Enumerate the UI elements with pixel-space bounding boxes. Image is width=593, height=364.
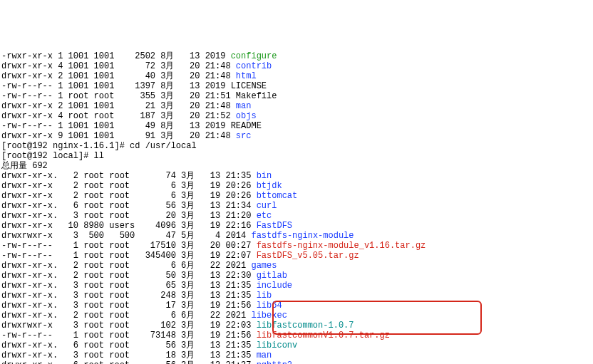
dir-name: gitlab <box>257 271 287 281</box>
text-segment: drwxr-xr-x 10 8980 users 4096 3月 19 22:1… <box>1 221 257 231</box>
terminal-line: drwxrwxr-x 3 root root 102 3月 19 22:03 l… <box>1 321 592 331</box>
text-segment: -rw-r--r-- 1 1001 1001 1397 8月 13 2019 L… <box>1 81 267 91</box>
terminal-line: drwxr-xr-x 10 8980 users 4096 3月 19 22:1… <box>1 221 592 231</box>
text-segment: [root@192 nginx-1.16.1]# cd /usr/local <box>1 141 197 151</box>
terminal-line: drwxrwxr-x 3 500 500 47 5月 4 2014 fastdf… <box>1 231 592 241</box>
terminal-line: -rw-r--r-- 1 1001 1001 49 8月 13 2019 REA… <box>1 121 592 131</box>
terminal-line: drwxr-xr-x. 2 root root 50 3月 13 22:30 g… <box>1 271 592 281</box>
text-segment: drwxr-xr-x 2 1001 1001 21 3月 20 21:48 <box>1 101 236 111</box>
archive-name: libfastcommonV1.0.7.tar.gz <box>257 331 390 340</box>
terminal-line: drwxr-xr-x. 6 root root 56 3月 13 21:35 l… <box>1 340 592 350</box>
dir-name: etc <box>257 211 272 221</box>
terminal-line: drwxr-xr-x 4 1001 1001 72 3月 20 21:48 co… <box>1 61 592 71</box>
dir-name: lib64 <box>257 301 282 311</box>
text-segment: -rwxr-xr-x 1 1001 1001 2502 8月 13 2019 <box>1 51 231 61</box>
dir-name: libexec <box>251 311 287 321</box>
terminal-line: drwxr-xr-x. 3 root root 18 3月 13 21:35 m… <box>1 350 592 360</box>
terminal-line: drwxr-xr-x. 3 root root 17 3月 19 21:56 l… <box>1 301 592 311</box>
text-segment: drwxr-xr-x. 6 root root 56 3月 13 21:34 <box>1 201 257 211</box>
text-segment: drwxr-xr-x 2 root root 6 3月 19 20:26 <box>1 191 257 201</box>
text-segment: -rw-r--r-- 1 root root 17510 3月 20 00:27 <box>1 241 257 251</box>
terminal-line: drwxr-xr-x. 2 root root 74 3月 13 21:35 b… <box>1 171 592 181</box>
text-segment: drwxr-xr-x 2 1001 1001 40 3月 20 21:48 <box>1 71 236 81</box>
dir-name: games <box>251 261 277 271</box>
text-segment: drwxr-xr-x 9 1001 1001 91 3月 20 21:48 <box>1 131 236 141</box>
link-name: libfastcommon-1.0.7 <box>257 321 354 331</box>
terminal-line: drwxr-xr-x 2 1001 1001 40 3月 20 21:48 ht… <box>1 71 592 81</box>
terminal-line: drwxr-xr-x. 6 root root 56 3月 13 21:34 c… <box>1 201 592 211</box>
terminal-line: -rw-r--r-- 1 root root 17510 3月 20 00:27… <box>1 241 592 251</box>
terminal-line: drwxr-xr-x 4 root root 187 3月 20 21:52 o… <box>1 111 592 121</box>
dir-name: btjdk <box>257 181 282 191</box>
terminal-line: -rw-r--r-- 1 root root 345400 3月 19 22:0… <box>1 251 592 261</box>
text-segment: drwxr-xr-x. 3 root root 20 3月 13 21:20 <box>1 211 257 221</box>
dir-name: objs <box>236 111 257 121</box>
text-segment: drwxr-xr-x. 3 root root 18 3月 13 21:35 <box>1 350 257 360</box>
text-segment: [root@192 local]# ll <box>1 151 104 161</box>
dir-name: curl <box>257 201 277 211</box>
terminal-output[interactable]: -rwxr-xr-x 1 1001 1001 2502 8月 13 2019 c… <box>1 31 592 364</box>
terminal-line: drwxr-xr-x 9 1001 1001 91 3月 20 21:48 sr… <box>1 131 592 141</box>
text-segment: 总用量 692 <box>1 161 48 171</box>
text-segment: drwxr-xr-x 4 1001 1001 72 3月 20 21:48 <box>1 61 236 71</box>
text-segment: drwxr-xr-x. 2 root root 6 6月 22 2021 <box>1 261 251 271</box>
terminal-line: -rw-r--r-- 1 1001 1001 1397 8月 13 2019 L… <box>1 81 592 91</box>
text-segment: drwxr-xr-x 4 root root 187 3月 20 21:52 <box>1 111 236 121</box>
text-segment: -rw-r--r-- 1 1001 1001 49 8月 13 2019 REA… <box>1 121 262 131</box>
text-segment: drwxr-xr-x. 6 root root 56 3月 13 21:37 <box>1 360 257 364</box>
dir-name: nghttp2 <box>257 360 292 364</box>
dir-name: FastDFS <box>257 221 292 231</box>
text-segment: drwxr-xr-x. 2 root root 50 3月 13 22:30 <box>1 271 257 281</box>
terminal-line: [root@192 local]# ll <box>1 151 592 161</box>
text-segment: drwxr-xr-x. 3 root root 248 3月 13 21:35 <box>1 291 257 301</box>
dir-name: fastdfs-nginx-module <box>251 231 354 241</box>
link-name: libiconv <box>257 340 298 350</box>
archive-name: fastdfs-nginx-module_v1.16.tar.gz <box>257 241 426 251</box>
dir-name: include <box>257 281 292 291</box>
dir-name: bin <box>257 171 272 181</box>
terminal-line: [root@192 nginx-1.16.1]# cd /usr/local <box>1 141 592 151</box>
dir-name: contrib <box>236 61 272 71</box>
terminal-line: drwxr-xr-x 2 root root 6 3月 19 20:26 btj… <box>1 181 592 191</box>
terminal-line: drwxr-xr-x 2 root root 6 3月 19 20:26 btt… <box>1 191 592 201</box>
terminal-line: drwxr-xr-x. 3 root root 20 3月 13 21:20 e… <box>1 211 592 221</box>
exec-name: configure <box>231 51 277 61</box>
text-segment: drwxrwxr-x 3 500 500 47 5月 4 2014 <box>1 231 251 241</box>
text-segment: drwxr-xr-x. 2 root root 6 6月 22 2021 <box>1 311 251 321</box>
text-segment: drwxr-xr-x. 3 root root 17 3月 19 21:56 <box>1 301 257 311</box>
dir-name: src <box>236 131 252 141</box>
text-segment: -rw-r--r-- 1 root root 355 3月 20 21:51 M… <box>1 91 277 101</box>
terminal-line: drwxr-xr-x. 2 root root 6 6月 22 2021 lib… <box>1 311 592 321</box>
text-segment: -rw-r--r-- 1 root root 73148 3月 19 21:56 <box>1 331 257 340</box>
dir-name: bttomcat <box>257 191 298 201</box>
terminal-line: -rw-r--r-- 1 root root 355 3月 20 21:51 M… <box>1 91 592 101</box>
archive-name: FastDFS_v5.05.tar.gz <box>257 251 359 261</box>
text-segment: drwxr-xr-x. 2 root root 74 3月 13 21:35 <box>1 171 257 181</box>
dir-name: lib <box>257 291 272 301</box>
terminal-line: drwxr-xr-x. 6 root root 56 3月 13 21:37 n… <box>1 360 592 364</box>
terminal-line: -rwxr-xr-x 1 1001 1001 2502 8月 13 2019 c… <box>1 51 592 61</box>
terminal-line: drwxr-xr-x. 3 root root 65 3月 13 21:35 i… <box>1 281 592 291</box>
terminal-line: 总用量 692 <box>1 161 592 171</box>
text-segment: drwxr-xr-x. 3 root root 65 3月 13 21:35 <box>1 281 257 291</box>
text-segment: drwxr-xr-x 2 root root 6 3月 19 20:26 <box>1 181 257 191</box>
dir-name: man <box>236 101 252 111</box>
text-segment: drwxr-xr-x. 6 root root 56 3月 13 21:35 <box>1 340 257 350</box>
terminal-line: drwxr-xr-x 2 1001 1001 21 3月 20 21:48 ma… <box>1 101 592 111</box>
terminal-line: -rw-r--r-- 1 root root 73148 3月 19 21:56… <box>1 331 592 340</box>
dir-name: man <box>257 350 272 360</box>
text-segment: drwxrwxr-x 3 root root 102 3月 19 22:03 <box>1 321 257 331</box>
text-segment: -rw-r--r-- 1 root root 345400 3月 19 22:0… <box>1 251 257 261</box>
dir-name: html <box>236 71 257 81</box>
terminal-line: drwxr-xr-x. 2 root root 6 6月 22 2021 gam… <box>1 261 592 271</box>
terminal-line: drwxr-xr-x. 3 root root 248 3月 13 21:35 … <box>1 291 592 301</box>
